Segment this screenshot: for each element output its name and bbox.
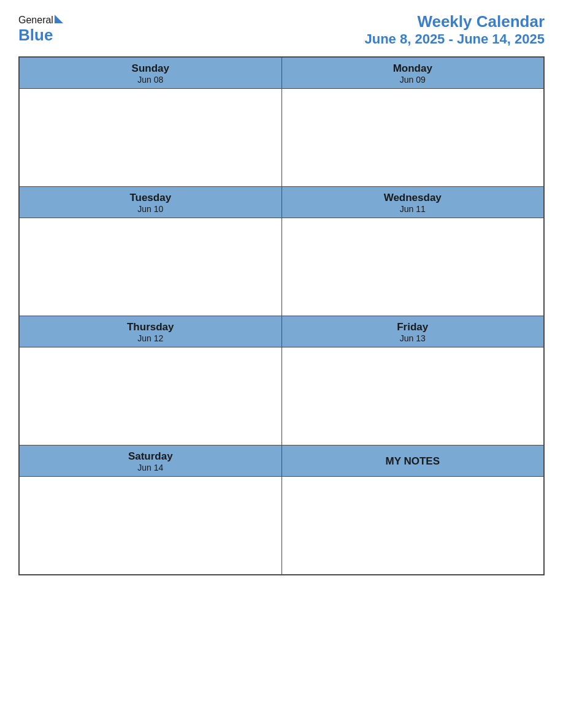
sunday-cell[interactable] [20,89,282,187]
wednesday-date: Jun 11 [285,204,541,214]
wednesday-cell[interactable] [282,218,544,316]
row-3-headers: Thursday Jun 12 Friday Jun 13 [20,316,544,347]
friday-date: Jun 13 [285,333,541,343]
saturday-header: Saturday Jun 14 [20,446,282,477]
tuesday-name: Tuesday [23,192,278,204]
friday-header: Friday Jun 13 [282,316,544,347]
row-4-headers: Saturday Jun 14 MY NOTES [20,446,544,477]
thursday-cell[interactable] [20,347,282,446]
row-2-headers: Tuesday Jun 10 Wednesday Jun 11 [20,187,544,218]
monday-name: Monday [285,63,541,75]
calendar-date-range: June 8, 2025 - June 14, 2025 [364,31,545,47]
friday-name: Friday [285,321,541,333]
logo-text-blue: Blue [18,26,63,45]
tuesday-date: Jun 10 [23,204,278,214]
monday-date: Jun 09 [285,75,541,85]
calendar-title: Weekly Calendar [364,12,545,31]
sunday-name: Sunday [23,63,278,75]
monday-cell[interactable] [282,89,544,187]
notes-header: MY NOTES [282,446,544,477]
row-1-cells [20,89,544,187]
notes-cell[interactable] [282,477,544,575]
friday-cell[interactable] [282,347,544,446]
notes-title: MY NOTES [386,455,440,467]
saturday-name: Saturday [23,450,278,463]
sunday-date: Jun 08 [23,75,278,85]
thursday-name: Thursday [23,321,278,333]
tuesday-header: Tuesday Jun 10 [20,187,282,218]
saturday-cell[interactable] [20,477,282,575]
page-header: General Blue Weekly Calendar June 8, 202… [18,12,545,47]
row-2-cells [20,218,544,316]
sunday-header: Sunday Jun 08 [20,58,282,89]
thursday-date: Jun 12 [23,333,278,343]
logo-text-general: General [18,15,53,26]
row-3-cells [20,347,544,446]
logo-triangle-icon [55,15,63,23]
calendar-title-block: Weekly Calendar June 8, 2025 - June 14, … [364,12,545,47]
thursday-header: Thursday Jun 12 [20,316,282,347]
wednesday-header: Wednesday Jun 11 [282,187,544,218]
row-1-headers: Sunday Jun 08 Monday Jun 09 [20,58,544,89]
tuesday-cell[interactable] [20,218,282,316]
wednesday-name: Wednesday [285,192,541,204]
row-4-cells [20,477,544,575]
calendar-grid: Sunday Jun 08 Monday Jun 09 Tuesday Jun … [18,56,545,575]
saturday-date: Jun 14 [23,463,278,472]
logo: General Blue [18,15,63,45]
monday-header: Monday Jun 09 [282,58,544,89]
